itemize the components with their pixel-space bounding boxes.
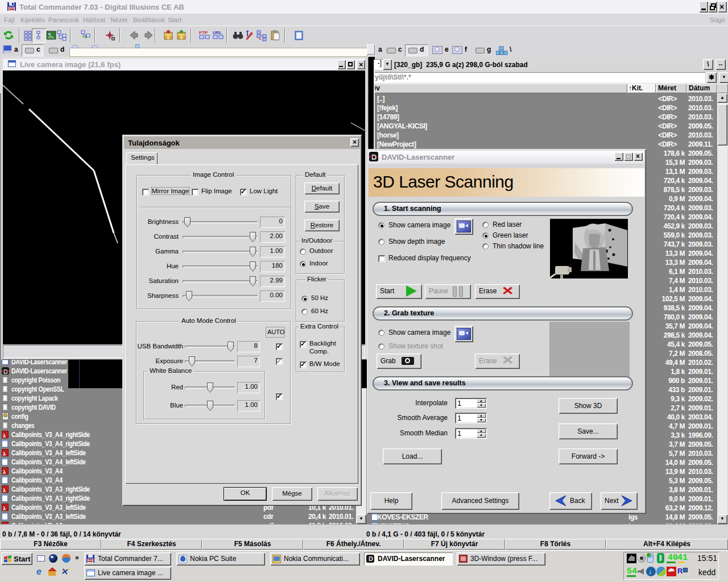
svg-text:FTP: FTP — [199, 30, 208, 35]
svg-text:URL: URL — [213, 30, 222, 35]
